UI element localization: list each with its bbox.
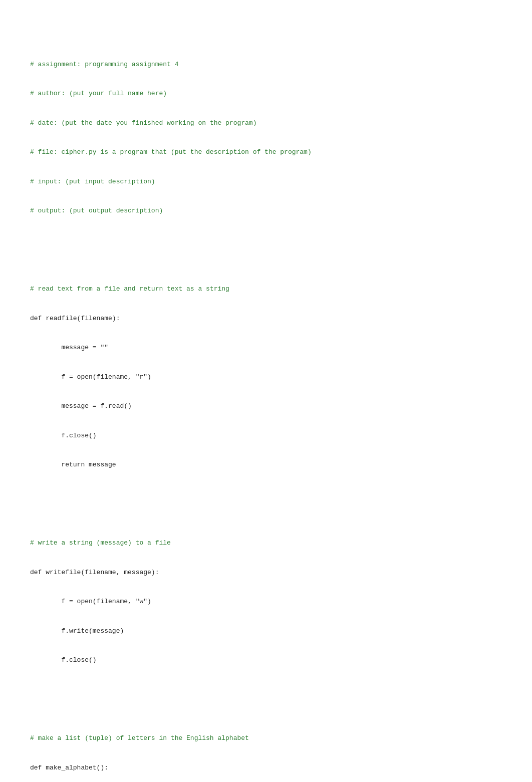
blank-line-1 bbox=[30, 235, 502, 245]
writefile-def: def writefile(filename, message): bbox=[30, 568, 502, 578]
readfile-comment: # read text from a file and return text … bbox=[30, 284, 502, 294]
header-comment-4: # file: cipher.py is a program that (put… bbox=[30, 147, 502, 157]
blank-line-2 bbox=[30, 489, 502, 499]
readfile-body-3: message = f.read() bbox=[30, 401, 502, 411]
writefile-body-2: f.write(message) bbox=[30, 626, 502, 636]
blank-line-3 bbox=[30, 685, 502, 695]
readfile-body-1: message = "" bbox=[30, 343, 502, 353]
readfile-body-2: f = open(filename, "r") bbox=[30, 372, 502, 382]
header-comment-5: # input: (put input description) bbox=[30, 177, 502, 187]
header-comment-6: # output: (put output description) bbox=[30, 206, 502, 216]
readfile-body-5: return message bbox=[30, 460, 502, 470]
writefile-body-3: f.close() bbox=[30, 655, 502, 665]
readfile-body-4: f.close() bbox=[30, 431, 502, 441]
header-comment-1: # assignment: programming assignment 4 bbox=[30, 60, 502, 70]
writefile-body-1: f = open(filename, "w") bbox=[30, 597, 502, 607]
header-comment-2: # author: (put your full name here) bbox=[30, 89, 502, 99]
code-content: # assignment: programming assignment 4 #… bbox=[30, 30, 502, 782]
make-alphabet-def: def make_alphabet(): bbox=[30, 763, 502, 773]
readfile-def: def readfile(filename): bbox=[30, 314, 502, 324]
make-alphabet-comment: # make a list (tuple) of letters in the … bbox=[30, 733, 502, 743]
writefile-comment: # write a string (message) to a file bbox=[30, 538, 502, 548]
header-comment-3: # date: (put the date you finished worki… bbox=[30, 118, 502, 128]
